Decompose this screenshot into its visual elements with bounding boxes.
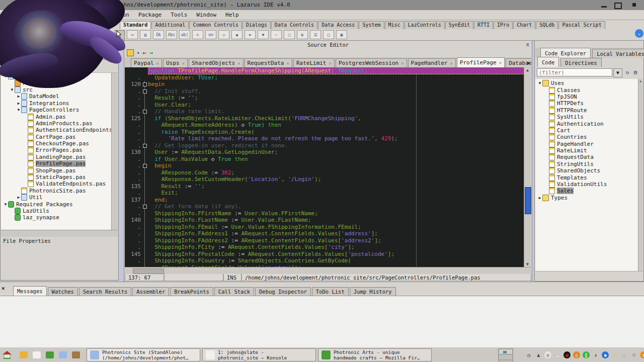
project-tree-vscrollbar[interactable] — [111, 73, 118, 230]
component-icon-0[interactable]: ▭ — [127, 30, 138, 39]
explorer-item-ratelimit[interactable]: RateLimit — [535, 147, 640, 154]
fold-gutter[interactable] — [142, 203, 148, 210]
palette-tab-chart[interactable]: Chart — [513, 21, 535, 29]
explorer-vscrollbar[interactable]: ▲ — [638, 79, 643, 272]
fold-gutter[interactable] — [142, 230, 148, 237]
messages-tab-jump-history[interactable]: Jump History — [350, 287, 396, 296]
component-icon-3[interactable]: Abc — [166, 30, 177, 39]
cloud-icon[interactable]: ☁ — [554, 351, 561, 358]
palette-tab-data-access[interactable]: Data Access — [318, 21, 358, 29]
explorer-item-requestdata[interactable]: RequestData — [535, 154, 640, 160]
task-button-photronic-arts-unique[interactable]: Photronic Arts - uniquehandmade crafts —… — [318, 348, 432, 361]
scroll-up-icon[interactable]: ▲ — [524, 68, 531, 72]
fold-gutter[interactable] — [142, 81, 148, 88]
project-item-photronicsite[interactable]: PhotronicSite — [1, 79, 113, 86]
fold-gutter[interactable] — [142, 217, 148, 224]
editor-tab-pagehandler[interactable]: PageHandler✕ — [408, 58, 456, 67]
messages-tab-search-results[interactable]: Search Results — [79, 287, 132, 296]
explorer-item-httproute[interactable]: HTTPRoute — [535, 107, 640, 114]
component-icon-12[interactable]: ▢ — [284, 30, 295, 39]
bluetooth-icon[interactable]: ✱ — [602, 351, 609, 358]
palette-tab-dialogs[interactable]: Dialogs — [243, 21, 271, 29]
fold-gutter[interactable] — [142, 183, 148, 190]
messages-tab-debug-inspector[interactable]: Debug Inspector — [255, 287, 311, 296]
code-line[interactable]: . UpdatedUser: TUser; — [125, 74, 525, 81]
expand-open-icon[interactable]: ▼ — [16, 108, 21, 112]
project-item-files[interactable]: ▼Files — [1, 73, 113, 79]
code-line[interactable]: . Result := ''; — [125, 95, 525, 102]
code-line[interactable]: . User.Clear; — [125, 102, 525, 109]
tab-close-icon[interactable]: ✕ — [450, 61, 452, 66]
palette-tab-common-controls[interactable]: Common Controls — [189, 21, 242, 29]
code-line[interactable]: . // Handle rate limit. — [125, 108, 525, 115]
editor-tab-paypal[interactable]: Paypal✕ — [131, 58, 162, 67]
fold-gutter[interactable] — [142, 108, 148, 115]
explorer-item-stringutils[interactable]: StringUtils — [535, 161, 640, 167]
messages-tab-breakpoints[interactable]: BreakPoints — [170, 287, 213, 296]
fold-gutter[interactable] — [142, 115, 148, 122]
tab-close-icon[interactable]: ✕ — [329, 61, 332, 66]
keyring-icon[interactable]: ⊙ — [544, 351, 551, 358]
editor-vscrollbar[interactable]: ▲ ▼ — [524, 67, 531, 267]
project-tree-hscrollbar[interactable] — [1, 230, 118, 237]
menu-item-help[interactable]: Help — [221, 11, 244, 19]
project-item-photronicsite-pas[interactable]: PhotronicSite.pas — [1, 188, 113, 194]
scroll-up-icon[interactable]: ▲ — [638, 79, 642, 82]
menu-item-tools[interactable]: Tools — [166, 11, 192, 19]
fold-gutter[interactable] — [142, 74, 148, 81]
project-item-laz-synapse[interactable]: laz_synapse — [1, 214, 113, 221]
menu-item-package[interactable]: Package — [134, 11, 166, 19]
home-button[interactable] — [2, 349, 12, 361]
component-icon-7[interactable]: ☑ — [218, 30, 229, 39]
dropdown-arrow-icon[interactable]: ▾ — [137, 50, 139, 55]
tab-local-variables[interactable]: Local Variables — [592, 49, 644, 58]
code-line[interactable]: function TProfilePage.HandleFormChangeSh… — [125, 67, 525, 74]
mouse-icon[interactable]: ◇ — [621, 351, 628, 358]
component-icon-4[interactable]: ab| — [179, 30, 190, 39]
window-titlebar[interactable]: (/home/johns/development/photronic_site)… — [0, 0, 644, 11]
tab-close-icon[interactable]: ✕ — [286, 61, 289, 66]
project-item-errorpages-pas[interactable]: ErrorPages.pas — [1, 147, 113, 153]
fold-gutter[interactable] — [142, 162, 148, 169]
tab-code-explorer[interactable]: Code Explorer — [540, 48, 591, 58]
editor-hscroll-thumb[interactable] — [133, 268, 164, 274]
palette-tab-data-controls[interactable]: Data Controls — [271, 21, 317, 29]
messages-tab-todo-list[interactable]: ToDo List — [312, 287, 349, 296]
palette-tab-additional[interactable]: Additional — [151, 21, 189, 29]
fold-gutter[interactable] — [142, 142, 148, 149]
konsole-launcher[interactable] — [31, 349, 43, 360]
component-icon-11[interactable]: — — [271, 30, 282, 39]
subtab-directives[interactable]: Directives — [560, 58, 601, 67]
code-line[interactable]: . ARequest.RemoteAddress) ◇ True) then — [125, 122, 525, 129]
component-icon-5[interactable]: ✎ — [192, 30, 203, 39]
tab-close-icon[interactable]: ✕ — [156, 61, 159, 66]
component-icon-14[interactable]: ☰ — [310, 30, 321, 39]
editor-hscrollbar[interactable] — [125, 267, 531, 275]
project-item-adminproducts-pas[interactable]: AdminProducts.pas — [1, 120, 113, 127]
code-line[interactable]: . ShippingInfo.FFirstName := User.Value.… — [125, 210, 525, 217]
editor-tab-postgreswebsession[interactable]: PostgresWebSession✕ — [336, 58, 407, 67]
explorer-item-validationutils[interactable]: ValidationUtils — [535, 181, 640, 188]
code-line[interactable]: 120begin — [125, 81, 525, 88]
task-button-1-johns-slate[interactable]: 1: johns@slate -photronic_site — Konsole — [202, 348, 316, 361]
code-line[interactable]: . 'Rate limit reached. Please do not ref… — [125, 135, 525, 142]
source-editor-caption[interactable]: Source Editor x — [125, 41, 531, 49]
jump-forward-icon[interactable]: → — [149, 49, 153, 56]
explorer-item-pagehandler[interactable]: PageHandler — [535, 141, 640, 147]
media-player-icon[interactable]: ● — [564, 351, 571, 358]
code-line[interactable]: . ShippingInfo.FCity := ARequest.Content… — [125, 244, 525, 251]
project-item-cartpage-pas[interactable]: CartPage.pas — [1, 134, 113, 140]
tab-close-icon[interactable]: ✕ — [237, 61, 240, 66]
code-line[interactable]: . AResponse.Code := 302; — [125, 169, 525, 176]
code-line[interactable]: 137 end; — [125, 197, 525, 204]
code-line[interactable]: 135 Result := ''; — [125, 183, 525, 190]
explorer-item-cart[interactable]: Cart — [535, 127, 640, 134]
tab-close-icon[interactable]: ✕ — [499, 60, 502, 65]
expand-open-icon[interactable]: ▼ — [3, 202, 8, 207]
filter-input[interactable] — [537, 68, 612, 76]
expand-closed-icon[interactable]: ▶ — [16, 195, 21, 200]
workspace-1[interactable] — [499, 349, 513, 354]
fold-gutter[interactable] — [142, 224, 148, 231]
explorer-item-httpdefs[interactable]: HTTPDefs — [535, 100, 640, 107]
palette-tab-sqldb[interactable]: SQLdb — [536, 21, 558, 29]
